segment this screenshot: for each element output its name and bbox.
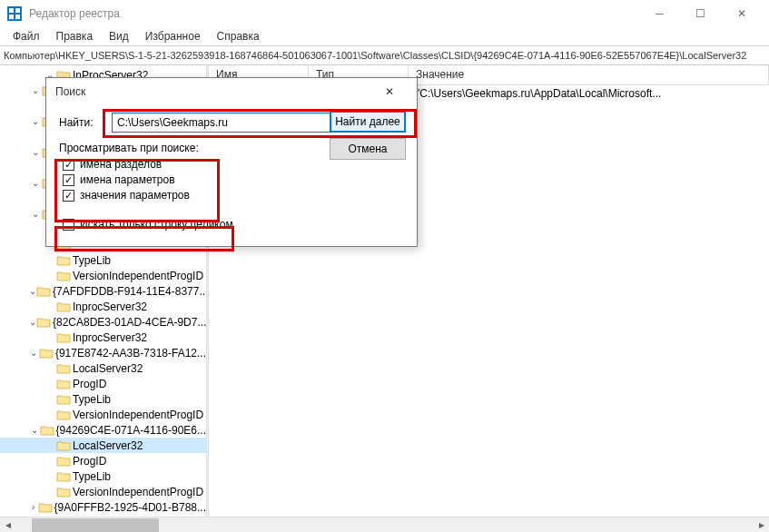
dialog-close-button[interactable]: ✕ (371, 85, 408, 98)
folder-icon (36, 316, 51, 329)
tree-item[interactable]: ·LocalServer32 (0, 438, 206, 453)
tree-item[interactable]: ·TypeLib (0, 252, 206, 268)
svg-rect-1 (15, 8, 20, 13)
folder-icon (56, 270, 71, 282)
tree-item-label: TypeLib (73, 470, 111, 483)
option-label: имена параметров (80, 173, 175, 186)
folder-icon (39, 347, 54, 360)
tree-item[interactable]: ⌄{82CA8DE3-01AD-4CEA-9D7... (0, 314, 206, 330)
menu-file[interactable]: Файл (5, 28, 47, 44)
titlebar: Редактор реестра ─ ☐ ✕ (0, 0, 769, 27)
chevron-down-icon[interactable]: ⌄ (29, 116, 42, 126)
folder-icon (56, 331, 71, 344)
svg-rect-0 (9, 8, 14, 13)
menu-view[interactable]: Вид (102, 28, 136, 44)
tree-item[interactable]: ·VersionIndependentProgID (0, 407, 206, 422)
tree-item-label: TypeLib (73, 393, 111, 406)
tree-item[interactable]: ·InprocServer32 (0, 299, 206, 314)
tree-item-label: {7AFDFDDB-F914-11E4-8377... (53, 285, 206, 298)
close-button[interactable]: ✕ (721, 0, 762, 27)
tree-item-label: {917E8742-AA3B-7318-FA12... (55, 347, 206, 360)
folder-icon (38, 501, 53, 514)
folder-icon (56, 378, 71, 390)
tree-item[interactable]: ⌄{94269C4E-071A-4116-90E6... (0, 422, 206, 438)
svg-rect-3 (15, 15, 20, 19)
chevron-down-icon[interactable]: ⌄ (29, 178, 42, 188)
chevron-down-icon[interactable]: ⌄ (29, 317, 36, 327)
folder-icon (56, 300, 71, 313)
tree-item[interactable]: ⌄{7AFDFDDB-F914-11E4-8377... (0, 283, 206, 299)
tree-item-label: {9A0FFFB2-1925-4D01-B788... (54, 501, 206, 514)
menubar: Файл Правка Вид Избранное Справка (0, 27, 769, 45)
find-next-button[interactable]: Найти далее (330, 111, 406, 133)
scroll-right-button[interactable]: ▸ (754, 517, 769, 533)
tree-item[interactable]: ·VersionIndependentProgID (0, 484, 206, 499)
find-label: Найти: (59, 116, 103, 129)
menu-help[interactable]: Справка (210, 28, 267, 44)
tree-item[interactable]: ·TypeLib (0, 391, 206, 407)
option-label: имена разделов (80, 158, 162, 171)
tree-item-label: InprocServer32 (73, 331, 147, 344)
col-value[interactable]: Значение (409, 65, 769, 84)
window-title: Редактор реестра (29, 7, 120, 20)
tree-item-label: ProgID (73, 378, 106, 390)
tree-item[interactable]: ·TypeLib (0, 468, 206, 484)
chevron-down-icon[interactable]: ⌄ (29, 147, 42, 157)
whole-string-checkbox[interactable]: Искать только строку целиком (63, 218, 404, 231)
chevron-down-icon[interactable]: ⌄ (29, 209, 42, 219)
folder-icon (56, 409, 71, 421)
checkbox-icon (63, 174, 74, 186)
folder-icon (40, 424, 54, 437)
folder-icon (56, 486, 71, 498)
lookat-option[interactable]: значения параметров (63, 189, 404, 202)
tree-item[interactable]: ›{9A0FFFB2-1925-4D01-B788... (0, 499, 206, 515)
lookat-option[interactable]: имена разделов (63, 158, 404, 171)
value-cell: "C:\Users\Geekmaps.ru\AppData\Local\Micr… (409, 87, 769, 100)
chevron-down-icon[interactable]: ⌄ (29, 425, 40, 435)
scroll-thumb[interactable] (32, 518, 159, 532)
menu-favorites[interactable]: Избранное (138, 28, 208, 44)
tree-item[interactable]: ·ProgID (0, 376, 206, 391)
dialog-title: Поиск (55, 85, 85, 98)
folder-icon (36, 285, 51, 298)
folder-icon (56, 470, 71, 483)
tree-item-label: LocalServer32 (73, 439, 143, 452)
tree-item-label: {94269C4E-071A-4116-90E6... (56, 424, 206, 437)
tree-item-label: VersionIndependentProgID (73, 409, 203, 421)
tree-item[interactable]: ·LocalServer32 (0, 360, 206, 376)
folder-icon (56, 362, 71, 375)
chevron-down-icon[interactable]: ⌄ (29, 348, 39, 358)
checkbox-icon (63, 219, 74, 231)
tree-item-label: ProgID (73, 455, 106, 468)
app-icon (7, 6, 22, 21)
checkbox-icon (63, 190, 74, 202)
chevron-down-icon[interactable]: ⌄ (29, 286, 36, 296)
option-label: значения параметров (80, 189, 190, 202)
tree-item-label: {82CA8DE3-01AD-4CEA-9D7... (53, 316, 206, 329)
lookat-option[interactable]: имена параметров (63, 173, 404, 186)
tree-item[interactable]: ·InprocServer32 (0, 330, 206, 345)
maximize-button[interactable]: ☐ (680, 0, 721, 27)
minimize-button[interactable]: ─ (639, 0, 680, 27)
folder-icon (56, 439, 71, 452)
chevron-down-icon[interactable]: ⌄ (29, 85, 42, 95)
folder-icon (56, 455, 71, 468)
tree-item-label: InprocServer32 (73, 300, 147, 313)
tree-item[interactable]: ⌄{917E8742-AA3B-7318-FA12... (0, 345, 206, 360)
tree-item-label: VersionIndependentProgID (73, 486, 203, 498)
svg-rect-2 (9, 15, 14, 19)
tree-item-label: TypeLib (73, 254, 111, 267)
whole-string-label: Искать только строку целиком (80, 218, 233, 231)
tree-item-label: VersionIndependentProgID (73, 270, 203, 282)
folder-icon (56, 254, 71, 267)
chevron-right-icon[interactable]: › (29, 502, 38, 512)
tree-item[interactable]: ·VersionIndependentProgID (0, 268, 206, 283)
cancel-button[interactable]: Отмена (330, 138, 406, 160)
tree-item-label: LocalServer32 (73, 362, 143, 375)
menu-edit[interactable]: Правка (49, 28, 101, 44)
tree-item[interactable]: ·ProgID (0, 453, 206, 468)
address-bar[interactable]: Компьютер\HKEY_USERS\S-1-5-21-3262593918… (0, 45, 769, 65)
horizontal-scrollbar[interactable]: ◂ ▸ (0, 517, 769, 532)
find-dialog: Поиск ✕ Найти: Просматривать при поиске:… (45, 77, 418, 247)
scroll-left-button[interactable]: ◂ (0, 517, 15, 533)
